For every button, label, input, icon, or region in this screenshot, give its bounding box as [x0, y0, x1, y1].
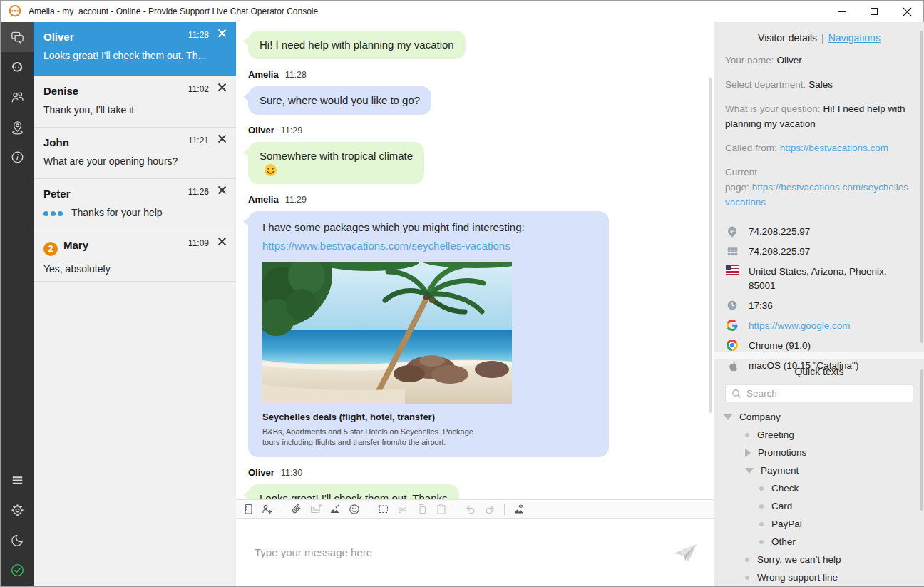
close-chat-button[interactable] [217, 29, 227, 39]
quick-texts-title: Quick texts [714, 366, 924, 377]
message-text: I have some packages which you might fin… [262, 220, 595, 235]
tree-item-company[interactable]: Company [714, 408, 924, 426]
operator-message-with-link-preview: I have some packages which you might fin… [248, 211, 609, 457]
visitor-details-scrollbar[interactable] [920, 31, 923, 343]
chat-list-item-peter[interactable]: Peter Thanks for your help 11:26 [34, 179, 236, 230]
minimize-icon [838, 11, 846, 12]
message-history: Hi! I need help with planning my vacatio… [236, 22, 714, 499]
chat-list-item-oliver[interactable]: Oliver Looks great! I'll check them out.… [34, 22, 236, 76]
nav-chats[interactable] [1, 22, 34, 52]
nav-geolocation[interactable] [1, 112, 34, 142]
theme-toggle-button[interactable] [1, 525, 34, 555]
minimize-button[interactable] [825, 1, 858, 22]
nav-rail [1, 22, 34, 586]
bullet-icon [759, 504, 764, 509]
bullet-icon [745, 576, 749, 580]
attach-file-button[interactable] [289, 502, 304, 516]
paste-button-disabled[interactable] [434, 502, 448, 516]
referrer-link[interactable]: https://www.google.com [749, 319, 851, 333]
paperclip-icon [290, 503, 303, 516]
tree-item-payment[interactable]: Payment [714, 461, 924, 479]
person-plus-icon [261, 503, 274, 516]
link-preview-title: Seychelles deals (flight, hotel, transfe… [262, 412, 595, 423]
send-button[interactable] [672, 543, 698, 563]
undo-button-disabled[interactable] [463, 502, 478, 516]
info-row-localtime: 17:36 [725, 299, 913, 313]
quick-texts-scrollbar[interactable] [920, 369, 923, 511]
maximize-button[interactable] [858, 1, 890, 22]
tree-item-wrong-support-line[interactable]: Wrong support line [714, 568, 924, 586]
current-page-link[interactable]: https://bestvacations.com/seychelles-vac… [725, 182, 911, 208]
title-bar: Amelia - my_account - Online - Provide S… [1, 1, 923, 22]
settings-button[interactable] [1, 495, 34, 525]
chat-area: Hi! I need help with planning my vacatio… [236, 22, 714, 586]
close-chat-button[interactable] [217, 134, 227, 144]
toolbar-separator [504, 504, 505, 515]
collapsed-arrow-icon [745, 449, 751, 457]
chat-preview: Thank you, I'll take it [43, 104, 226, 116]
chat-list-item-mary[interactable]: 2Mary Yes, absolutely 11:09 [34, 230, 236, 282]
cut-button-disabled[interactable] [396, 502, 410, 516]
called-from-link[interactable]: https://bestvacations.com [780, 143, 888, 153]
info-row-location: United States, Arizona, Phoenix, 85001 [725, 265, 913, 293]
quick-texts-search[interactable] [725, 384, 913, 402]
chat-list-item-denise[interactable]: Denise Thank you, I'll take it 11:02 [34, 76, 236, 128]
tree-item-sorry-we-cant-help[interactable]: Sorry, we can’t help [714, 551, 924, 568]
toolbar-separator [369, 504, 369, 515]
status-online-check-icon [9, 562, 26, 578]
image-eye-icon [513, 503, 525, 516]
bullet-icon [759, 486, 764, 491]
tree-item-greeting[interactable]: Greeting [714, 426, 924, 444]
send-image-button-disabled[interactable] [309, 502, 323, 516]
field-current-page: Current page:https://bestvacations.com/s… [725, 165, 913, 210]
menu-button[interactable] [1, 465, 34, 495]
push-image-button[interactable] [328, 502, 342, 516]
close-chat-button[interactable] [217, 237, 227, 247]
messages-scrollbar[interactable] [709, 78, 712, 413]
redo-button-disabled[interactable] [483, 502, 497, 516]
ip-icon: IP [725, 225, 739, 238]
seychelles-beach-photo[interactable] [262, 262, 512, 404]
visitor-details-header: Visitor details|Navigations [725, 32, 913, 44]
search-input[interactable] [746, 388, 907, 399]
field-department: Select department:Sales [725, 77, 913, 92]
close-icon [217, 237, 227, 246]
smiley-icon [348, 503, 361, 516]
tree-item-check[interactable]: Check [714, 479, 924, 497]
nav-operators[interactable] [1, 52, 34, 82]
expanded-arrow-icon [724, 414, 732, 420]
chrome-icon [725, 339, 739, 351]
message-meta: Oliver11:30 [248, 466, 704, 479]
screenshot-preview-button[interactable] [512, 502, 526, 516]
tree-item-other[interactable]: Other [714, 533, 924, 551]
nav-info[interactable] [1, 142, 34, 172]
chat-time: 11:21 [188, 136, 209, 146]
emoji-button[interactable] [347, 502, 361, 516]
visitor-message: Hi! I need help with planning my vacatio… [248, 31, 466, 59]
message-link[interactable]: https://www.bestvacations.com/seychelles… [262, 239, 595, 253]
navigations-link[interactable]: Navigations [828, 32, 881, 44]
typing-indicator [43, 207, 65, 218]
moon-stars-icon [9, 532, 26, 548]
tree-item-promotions[interactable]: Promotions [714, 444, 924, 461]
copy-button-disabled[interactable] [415, 502, 429, 516]
select-all-button[interactable] [376, 502, 391, 516]
chat-time: 11:09 [188, 238, 209, 248]
close-button[interactable] [890, 1, 923, 22]
close-chat-button[interactable] [217, 185, 227, 195]
tree-item-paypal[interactable]: PayPal [714, 515, 924, 533]
maximize-icon [871, 8, 878, 15]
chat-list-item-john[interactable]: John What are your opening hours? 11:21 [34, 128, 236, 179]
bullet-icon [745, 558, 749, 562]
invite-operator-button[interactable] [260, 502, 274, 516]
bullet-icon [745, 433, 749, 437]
close-icon [217, 29, 227, 38]
quick-text-icon [242, 503, 255, 516]
nav-visitors[interactable] [1, 82, 34, 112]
close-chat-button[interactable] [217, 83, 227, 93]
online-status-button[interactable] [1, 555, 34, 585]
quick-text-button[interactable] [241, 502, 255, 516]
field-question: What is your question:Hi! I need help wi… [725, 101, 913, 131]
message-input[interactable] [236, 519, 714, 586]
tree-item-card[interactable]: Card [714, 497, 924, 515]
